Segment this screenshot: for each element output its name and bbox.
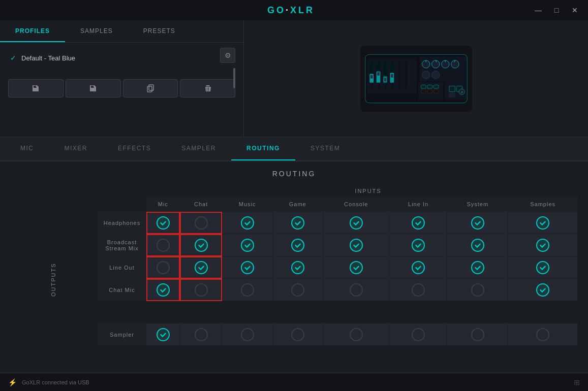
cell-lo-mic[interactable] [146, 256, 180, 279]
cell-lo-game[interactable] [272, 256, 323, 279]
cell-bs-game[interactable] [272, 234, 323, 256]
check-lo-system[interactable] [471, 261, 484, 274]
cell-cm-music[interactable] [222, 279, 272, 301]
cell-cm-samples[interactable] [508, 279, 578, 301]
cell-hp-console[interactable] [323, 212, 389, 234]
check-bs-console[interactable] [350, 239, 363, 252]
close-button[interactable]: ✕ [570, 6, 580, 14]
cell-samp-linein[interactable] [389, 323, 447, 346]
empty-lo-mic[interactable] [157, 261, 170, 274]
cell-bs-system[interactable] [447, 234, 508, 256]
empty-cm-game[interactable] [291, 283, 304, 297]
check-cm-mic[interactable] [157, 283, 170, 297]
tab-routing[interactable]: ROUTING [231, 137, 295, 160]
cell-bs-mic[interactable] [146, 234, 180, 256]
check-lo-console[interactable] [350, 261, 363, 274]
empty-samp-system[interactable] [471, 328, 484, 341]
tab-profiles[interactable]: PROFILES [0, 20, 65, 42]
check-bs-samples[interactable] [536, 239, 549, 252]
check-bs-music[interactable] [241, 239, 254, 252]
scroll-handle[interactable] [233, 68, 235, 88]
delete-profile-button[interactable] [180, 79, 235, 97]
cell-lo-music[interactable] [222, 256, 272, 279]
cell-cm-linein[interactable] [389, 279, 447, 301]
cell-hp-chat[interactable] [180, 212, 222, 234]
check-bs-game[interactable] [291, 239, 304, 252]
tab-mixer[interactable]: MIXER [49, 137, 103, 160]
empty-samp-linein[interactable] [412, 328, 425, 341]
empty-samp-console[interactable] [350, 328, 363, 341]
check-hp-game[interactable] [291, 216, 304, 230]
cell-hp-samples[interactable] [508, 212, 578, 234]
check-cm-samples[interactable] [536, 283, 549, 297]
cell-samp-mic[interactable] [146, 323, 180, 346]
copy-profile-button[interactable] [123, 79, 178, 97]
check-lo-chat[interactable] [195, 261, 208, 274]
cell-hp-system[interactable] [447, 212, 508, 234]
cell-samp-console[interactable] [323, 323, 389, 346]
cell-lo-system[interactable] [447, 256, 508, 279]
tab-presets[interactable]: PRESETS [128, 20, 191, 42]
tab-mic[interactable]: MIC [5, 137, 49, 160]
cell-hp-linein[interactable] [389, 212, 447, 234]
cell-samp-music[interactable] [222, 323, 272, 346]
tab-system[interactable]: SYSTEM [295, 137, 355, 160]
cell-bs-linein[interactable] [389, 234, 447, 256]
check-samp-mic[interactable] [157, 328, 170, 341]
cell-hp-music[interactable] [222, 212, 272, 234]
check-hp-system[interactable] [471, 216, 484, 230]
cell-samp-game[interactable] [272, 323, 323, 346]
tab-sampler[interactable]: SAMPLER [166, 137, 231, 160]
cell-cm-system[interactable] [447, 279, 508, 301]
check-bs-linein[interactable] [412, 239, 425, 252]
cell-hp-game[interactable] [272, 212, 323, 234]
cell-bs-chat[interactable] [180, 234, 222, 256]
empty-samp-music[interactable] [241, 328, 254, 341]
cell-bs-music[interactable] [222, 234, 272, 256]
check-bs-system[interactable] [471, 239, 484, 252]
empty-samp-chat[interactable] [195, 328, 208, 341]
empty-cm-chat[interactable] [195, 283, 208, 297]
tab-samples[interactable]: SAMPLES [65, 20, 128, 42]
check-lo-music[interactable] [241, 261, 254, 274]
cell-cm-chat[interactable] [180, 279, 222, 301]
cell-samp-samples[interactable] [508, 323, 578, 346]
check-lo-samples[interactable] [536, 261, 549, 274]
empty-cm-console[interactable] [350, 283, 363, 297]
empty-cm-system[interactable] [471, 283, 484, 297]
cell-lo-console[interactable] [323, 256, 389, 279]
cell-samp-chat[interactable] [180, 323, 222, 346]
grid-icon[interactable]: ⊞ [574, 378, 580, 386]
cell-cm-console[interactable] [323, 279, 389, 301]
check-hp-linein[interactable] [412, 216, 425, 230]
cell-samp-system[interactable] [447, 323, 508, 346]
profile-item-active[interactable]: ✓ Default - Teal Blue [8, 50, 235, 66]
empty-samp-game[interactable] [291, 328, 304, 341]
cell-bs-console[interactable] [323, 234, 389, 256]
tab-effects[interactable]: EFFECTS [103, 137, 166, 160]
check-hp-mic[interactable] [157, 216, 170, 230]
check-lo-linein[interactable] [412, 261, 425, 274]
cell-bs-samples[interactable] [508, 234, 578, 256]
settings-button[interactable]: ⚙ [220, 48, 235, 63]
cell-cm-mic[interactable] [146, 279, 180, 301]
cell-lo-chat[interactable] [180, 256, 222, 279]
check-hp-console[interactable] [350, 216, 363, 230]
cell-lo-samples[interactable] [508, 256, 578, 279]
empty-cm-linein[interactable] [412, 283, 425, 297]
cell-cm-game[interactable] [272, 279, 323, 301]
check-bs-chat[interactable] [195, 239, 208, 252]
empty-bs-mic[interactable] [157, 239, 170, 252]
empty-samp-samples[interactable] [536, 328, 549, 341]
check-hp-music[interactable] [241, 216, 254, 230]
maximize-button[interactable]: □ [551, 6, 562, 14]
check-lo-game[interactable] [291, 261, 304, 274]
check-hp-samples[interactable] [536, 216, 549, 230]
minimize-button[interactable]: — [533, 6, 543, 14]
save-as-profile-button[interactable]: + [66, 79, 121, 97]
cell-lo-linein[interactable] [389, 256, 447, 279]
empty-hp-chat[interactable] [195, 216, 208, 230]
cell-hp-mic[interactable] [146, 212, 180, 234]
save-profile-button[interactable] [8, 79, 64, 97]
empty-cm-music[interactable] [241, 283, 254, 297]
